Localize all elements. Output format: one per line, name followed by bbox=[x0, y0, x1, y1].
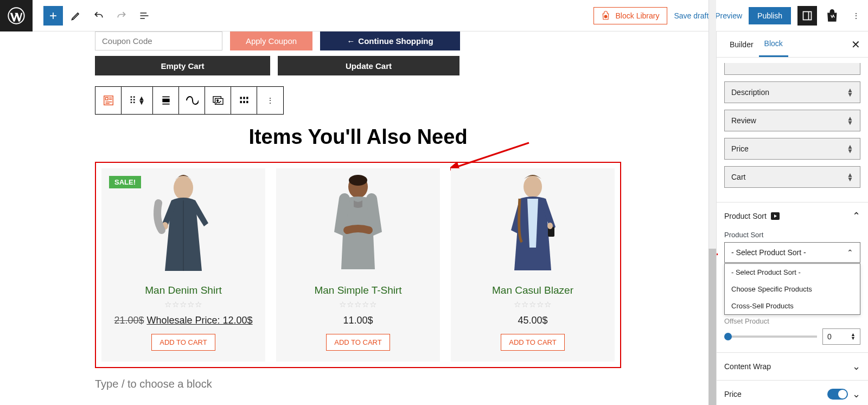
dropdown-option[interactable]: - Select Product Sort - bbox=[725, 264, 860, 281]
svg-rect-5 bbox=[105, 98, 108, 100]
price-toggle[interactable] bbox=[827, 389, 848, 400]
select-review[interactable]: Review▲▼ bbox=[724, 110, 860, 131]
select-cart[interactable]: Cart▲▼ bbox=[724, 166, 860, 188]
chevron-up-icon: ⌃ bbox=[852, 210, 860, 222]
product-card[interactable]: SALE! Man Denim Shirt ☆☆☆☆☆ 21.00$ Whole… bbox=[101, 168, 265, 362]
svg-point-29 bbox=[547, 223, 553, 229]
svg-rect-19 bbox=[240, 101, 241, 103]
block-library-button[interactable]: Block Library bbox=[593, 7, 668, 24]
block-drag-handle[interactable]: ⠿▲▼ bbox=[122, 87, 153, 114]
svg-point-27 bbox=[524, 176, 542, 198]
offset-number-input[interactable]: 0▲▼ bbox=[822, 328, 860, 345]
product-name: Man Casul Blazer bbox=[451, 284, 615, 296]
block-align-icon[interactable] bbox=[153, 87, 179, 114]
svg-rect-17 bbox=[243, 97, 245, 99]
svg-point-26 bbox=[349, 175, 367, 186]
dropdown-option[interactable]: Choose Specific Products bbox=[725, 281, 860, 298]
svg-rect-21 bbox=[246, 101, 248, 103]
chevron-down-icon: ⌄ bbox=[852, 388, 860, 400]
editor-canvas: Apply Coupon ←Continue Shopping Empty Ca… bbox=[0, 31, 716, 405]
annotation-arrow-2 bbox=[716, 251, 722, 277]
product-price: 11.00$ bbox=[276, 315, 440, 326]
play-icon bbox=[771, 212, 780, 220]
product-sort-label: Product Sort bbox=[724, 231, 860, 239]
section-content-wrap[interactable]: Content Wrap ⌄ bbox=[724, 360, 860, 372]
product-price: 21.00$ Wholesale Price: 12.00$ bbox=[101, 315, 265, 326]
section-product-sort[interactable]: Product Sort ⌃ bbox=[724, 210, 860, 222]
redo-icon[interactable] bbox=[112, 6, 131, 26]
product-price: 45.00$ bbox=[451, 315, 615, 326]
top-toolbar: + Block Library Save draft Preview Publi… bbox=[0, 0, 868, 31]
svg-point-1 bbox=[604, 15, 607, 18]
product-sort-dropdown[interactable]: - Select Product Sort - ⌃ - Select Produ… bbox=[724, 242, 860, 263]
offset-label: Offset Product bbox=[724, 317, 860, 325]
offset-slider[interactable] bbox=[724, 336, 817, 338]
coupon-code-input[interactable] bbox=[95, 31, 222, 50]
svg-rect-18 bbox=[246, 97, 248, 99]
product-card[interactable]: Man Simple T-Shirt ☆☆☆☆☆ 11.00$ ADD TO C… bbox=[276, 168, 440, 362]
svg-rect-2 bbox=[803, 11, 812, 20]
continue-shopping-button[interactable]: ←Continue Shopping bbox=[320, 31, 460, 50]
more-options-icon[interactable]: ⋮ bbox=[850, 6, 863, 26]
block-type-icon[interactable] bbox=[95, 87, 122, 114]
settings-panel-toggle[interactable] bbox=[797, 6, 817, 26]
preview-link[interactable]: Preview bbox=[715, 11, 742, 20]
svg-line-31 bbox=[716, 254, 718, 273]
block-columns-icon[interactable] bbox=[231, 87, 257, 114]
empty-cart-button[interactable]: Empty Cart bbox=[95, 56, 270, 75]
add-to-cart-button[interactable]: ADD TO CART bbox=[326, 334, 390, 351]
product-image bbox=[276, 168, 440, 274]
star-rating: ☆☆☆☆☆ bbox=[451, 300, 615, 309]
tab-builder[interactable]: Builder bbox=[724, 33, 759, 56]
add-block-button[interactable]: + bbox=[43, 6, 63, 26]
star-rating: ☆☆☆☆☆ bbox=[276, 300, 440, 309]
star-rating: ☆☆☆☆☆ bbox=[101, 300, 265, 309]
section-price[interactable]: Price ⌄ bbox=[724, 388, 860, 400]
product-card[interactable]: Man Casul Blazer ☆☆☆☆☆ 45.00$ ADD TO CAR… bbox=[451, 168, 615, 362]
block-more-icon[interactable]: ⋮ bbox=[257, 87, 283, 114]
scrollbar-thumb[interactable] bbox=[709, 249, 716, 405]
dropdown-option[interactable]: Cross-Sell Products bbox=[725, 298, 860, 314]
wordpress-logo[interactable] bbox=[0, 0, 33, 31]
woolentor-icon[interactable] bbox=[824, 6, 843, 26]
sale-badge: SALE! bbox=[109, 176, 141, 188]
section-heading: Items You'll Also Need bbox=[95, 125, 621, 149]
select-description[interactable] bbox=[724, 63, 860, 75]
outline-icon[interactable] bbox=[135, 6, 154, 26]
edit-icon[interactable] bbox=[66, 6, 86, 26]
add-to-cart-button[interactable]: ADD TO CART bbox=[501, 334, 564, 351]
update-cart-button[interactable]: Update Cart bbox=[278, 56, 459, 75]
bag-icon bbox=[602, 11, 611, 21]
chevron-down-icon: ⌄ bbox=[852, 360, 860, 372]
save-draft-link[interactable]: Save draft bbox=[674, 11, 709, 20]
close-icon[interactable]: ✕ bbox=[851, 38, 860, 51]
add-to-cart-button[interactable]: ADD TO CART bbox=[151, 334, 215, 351]
block-loop-icon[interactable] bbox=[179, 87, 205, 114]
settings-sidebar: Builder Block ✕ Description▲▼ Review▲▼ P… bbox=[716, 31, 868, 405]
publish-button[interactable]: Publish bbox=[749, 7, 791, 24]
tab-block[interactable]: Block bbox=[759, 31, 788, 57]
svg-rect-20 bbox=[243, 101, 245, 103]
product-grid-wrapper: SALE! Man Denim Shirt ☆☆☆☆☆ 21.00$ Whole… bbox=[95, 162, 621, 368]
product-sort-menu: - Select Product Sort - Choose Specific … bbox=[724, 263, 860, 315]
select-price[interactable]: Price▲▼ bbox=[724, 138, 860, 160]
apply-coupon-button[interactable]: Apply Coupon bbox=[230, 31, 312, 50]
product-name: Man Denim Shirt bbox=[101, 284, 265, 296]
block-image-icon[interactable] bbox=[205, 87, 231, 114]
svg-point-23 bbox=[174, 176, 193, 200]
svg-point-15 bbox=[216, 100, 218, 102]
select-description[interactable]: Description▲▼ bbox=[724, 81, 860, 103]
chevron-up-icon: ⌃ bbox=[847, 248, 853, 257]
product-image bbox=[451, 168, 615, 274]
block-prompt[interactable]: Type / to choose a block bbox=[95, 378, 621, 390]
block-toolbar: ⠿▲▼ ⋮ bbox=[95, 86, 284, 115]
product-name: Man Simple T-Shirt bbox=[276, 284, 440, 296]
undo-icon[interactable] bbox=[89, 6, 108, 26]
svg-rect-16 bbox=[240, 97, 241, 99]
svg-rect-10 bbox=[162, 99, 169, 103]
